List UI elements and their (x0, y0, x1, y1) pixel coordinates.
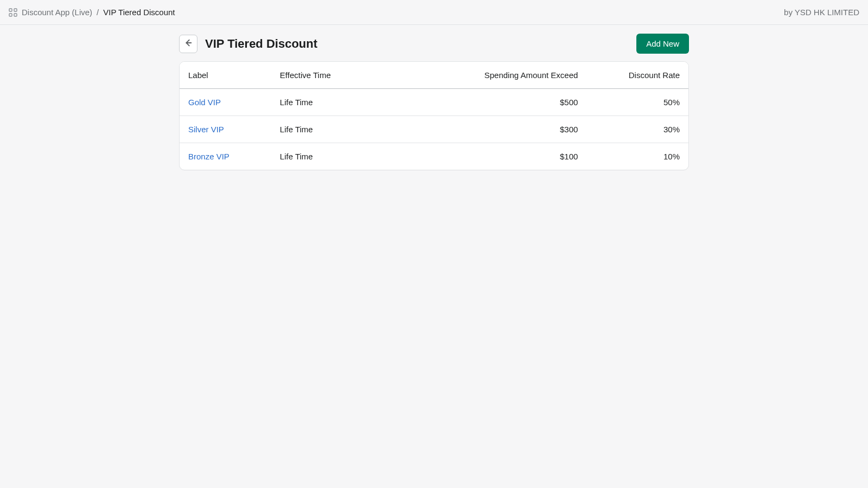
vendor-name: YSD HK LIMITED (795, 8, 859, 17)
table-header-row: Label Effective Time Spending Amount Exc… (180, 62, 688, 89)
tier-link[interactable]: Bronze VIP (188, 152, 229, 161)
col-header-label: Label (180, 62, 271, 89)
cell-spending: $500 (444, 89, 587, 116)
svg-rect-1 (14, 9, 17, 11)
arrow-left-icon (183, 38, 193, 49)
breadcrumb-app-link[interactable]: Discount App (Live) (22, 8, 92, 17)
vendor-prefix: by (784, 8, 795, 17)
breadcrumb: Discount App (Live) / VIP Tiered Discoun… (9, 8, 175, 17)
cell-spending: $300 (444, 116, 587, 143)
back-button[interactable] (179, 35, 197, 53)
page-header: VIP Tiered Discount Add New (179, 34, 689, 61)
breadcrumb-current: VIP Tiered Discount (103, 8, 175, 17)
table-row: Silver VIP Life Time $300 30% (180, 116, 688, 143)
col-header-spending: Spending Amount Exceed (444, 62, 587, 89)
cell-rate: 30% (586, 116, 688, 143)
page-title: VIP Tiered Discount (205, 37, 317, 51)
cell-effective-time: Life Time (271, 116, 444, 143)
tier-link[interactable]: Silver VIP (188, 125, 224, 134)
col-header-effective-time: Effective Time (271, 62, 444, 89)
topbar: Discount App (Live) / VIP Tiered Discoun… (0, 0, 868, 25)
cell-rate: 10% (586, 143, 688, 170)
svg-rect-2 (9, 14, 12, 16)
tiers-table: Label Effective Time Spending Amount Exc… (180, 62, 688, 170)
svg-rect-3 (14, 14, 17, 16)
svg-rect-0 (9, 9, 12, 11)
table-row: Bronze VIP Life Time $100 10% (180, 143, 688, 170)
breadcrumb-separator: / (97, 8, 99, 17)
cell-spending: $100 (444, 143, 587, 170)
cell-effective-time: Life Time (271, 89, 444, 116)
vendor-label: by YSD HK LIMITED (784, 8, 859, 17)
table-row: Gold VIP Life Time $500 50% (180, 89, 688, 116)
add-new-button[interactable]: Add New (636, 34, 689, 54)
cell-effective-time: Life Time (271, 143, 444, 170)
page-content: VIP Tiered Discount Add New Label Effect… (179, 25, 689, 170)
cell-rate: 50% (586, 89, 688, 116)
tiers-table-card: Label Effective Time Spending Amount Exc… (179, 61, 689, 170)
tier-link[interactable]: Gold VIP (188, 98, 221, 107)
page-header-left: VIP Tiered Discount (179, 35, 317, 53)
app-grid-icon (9, 8, 17, 17)
col-header-rate: Discount Rate (586, 62, 688, 89)
